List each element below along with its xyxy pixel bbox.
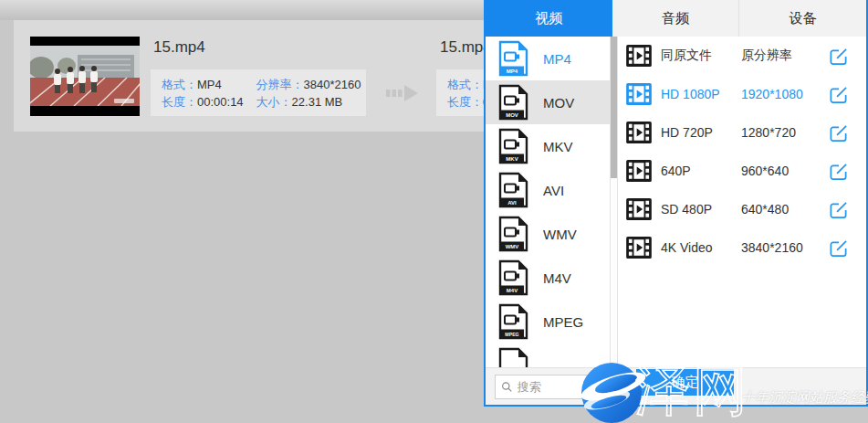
film-icon: [626, 160, 652, 182]
film-icon: [626, 237, 652, 259]
film-icon: [626, 198, 652, 220]
format-label: 格式：: [162, 78, 197, 91]
film-icon: [626, 83, 652, 105]
size-value: 22.31 MB: [292, 95, 343, 109]
format-label: WMV: [543, 227, 577, 242]
panel-tabs: 视频 音频 设备: [486, 0, 866, 37]
option-resolution: 1920*1080: [741, 87, 829, 101]
format-label: MPEG: [543, 314, 583, 330]
duration-label: 长度：: [447, 95, 483, 109]
mkv-file-icon: MKV: [497, 128, 528, 164]
resolution-label: 分辨率：: [256, 78, 304, 91]
tab-audio[interactable]: 音频: [612, 0, 739, 37]
mov-file-icon: MOV: [497, 84, 528, 121]
search-input[interactable]: [518, 380, 605, 394]
confirm-button[interactable]: 确定: [636, 369, 734, 396]
size-label: 大小：: [256, 95, 292, 109]
option-resolution: 原分辨率: [741, 48, 829, 64]
edit-icon[interactable]: [829, 85, 848, 104]
option-resolution: 640*480: [741, 202, 829, 217]
option-hd-1080p[interactable]: HD 1080P 1920*1080: [626, 75, 866, 113]
scrollbar-thumb[interactable]: [611, 37, 617, 178]
option-name: 4K Video: [661, 240, 741, 255]
wmv-file-icon: WMV: [497, 216, 528, 252]
tab-video-label: 视频: [535, 10, 562, 27]
tab-audio-label: 音频: [662, 10, 689, 27]
mp4-file-icon: MP4: [497, 40, 528, 77]
svg-text:WMV: WMV: [506, 244, 519, 249]
edit-icon[interactable]: [829, 162, 848, 181]
resolution-value: 3840*2160: [304, 78, 361, 91]
panel-bottom-bar: 确定: [486, 367, 866, 405]
format-list-scrollbar[interactable]: [610, 37, 618, 367]
option-resolution: 3840*2160: [741, 240, 829, 255]
format-value: MP4: [197, 78, 222, 91]
option-name: SD 480P: [661, 202, 741, 217]
format-item-mov[interactable]: MOV MOV: [486, 80, 610, 124]
convert-arrow-icon: [386, 82, 423, 108]
option-resolution: 960*640: [741, 164, 829, 178]
video-thumbnail[interactable]: [30, 37, 140, 116]
format-item-avi[interactable]: AVI AVI: [486, 168, 610, 212]
format-label: M4V: [543, 270, 571, 286]
option-resolution: 1280*720: [741, 125, 829, 140]
option-name: HD 1080P: [661, 87, 741, 101]
panel-body: MP4 MP4 MOV MOV: [486, 37, 866, 367]
m4v-file-icon: M4V: [497, 259, 528, 296]
svg-text:MPEG: MPEG: [505, 332, 518, 337]
format-label: MOV: [543, 95, 574, 111]
duration-label: 长度：: [162, 95, 197, 109]
option-hd-720p[interactable]: HD 720P 1280*720: [626, 113, 866, 152]
tab-device-label: 设备: [790, 10, 817, 27]
format-item-partial[interactable]: [486, 344, 610, 367]
option-640p[interactable]: 640P 960*640: [626, 152, 866, 190]
tab-device[interactable]: 设备: [738, 0, 866, 37]
format-item-mkv[interactable]: MKV MKV: [486, 124, 610, 168]
thumbnail-art: [30, 37, 140, 116]
svg-text:MKV: MKV: [506, 156, 518, 162]
duration-value: 00:00:14: [197, 95, 244, 109]
mpeg-file-icon: MPEG: [497, 303, 528, 340]
search-box[interactable]: [495, 375, 612, 399]
format-list: MP4 MP4 MOV MOV: [486, 37, 610, 367]
format-item-wmv[interactable]: WMV WMV: [486, 212, 610, 256]
film-icon: [626, 45, 652, 67]
edit-icon[interactable]: [829, 238, 848, 258]
format-item-mpeg[interactable]: MPEG MPEG: [486, 300, 610, 344]
edit-icon[interactable]: [829, 200, 848, 219]
film-icon: [626, 122, 652, 143]
format-label: AVI: [543, 183, 564, 198]
source-file-title: 15.mp4: [153, 38, 205, 57]
svg-text:AVI: AVI: [507, 200, 517, 206]
format-item-m4v[interactable]: M4V M4V: [486, 256, 610, 300]
source-file-info: 格式：MP4 分辨率：3840*2160 长度：00:00:14 大小：22.3…: [151, 69, 366, 116]
option-name: 同原文件: [661, 48, 741, 64]
option-name: 640P: [661, 164, 741, 178]
option-name: HD 720P: [661, 125, 741, 140]
edit-icon[interactable]: [829, 47, 848, 66]
format-item-mp4[interactable]: MP4 MP4: [486, 37, 610, 80]
avi-file-icon: AVI: [497, 172, 528, 208]
format-label: MP4: [543, 51, 571, 67]
option-4k-video[interactable]: 4K Video 3840*2160: [626, 228, 866, 267]
partial-file-icon: [497, 347, 528, 367]
svg-text:M4V: M4V: [507, 288, 518, 293]
quality-option-list: 同原文件 原分辨率 HD 1080P 1920*1080: [618, 37, 866, 367]
svg-text:MOV: MOV: [506, 112, 518, 118]
edit-icon[interactable]: [829, 123, 848, 143]
option-sd-480p[interactable]: SD 480P 640*480: [626, 190, 866, 228]
option-same-as-source[interactable]: 同原文件 原分辨率: [626, 37, 866, 75]
search-icon: [501, 380, 513, 394]
format-picker-panel: 视频 音频 设备 MP4 MP4: [484, 0, 868, 407]
format-label: 格式：: [447, 78, 483, 91]
svg-text:MP4: MP4: [507, 69, 518, 74]
format-label: MKV: [543, 139, 573, 154]
tab-video[interactable]: 视频: [486, 0, 612, 37]
